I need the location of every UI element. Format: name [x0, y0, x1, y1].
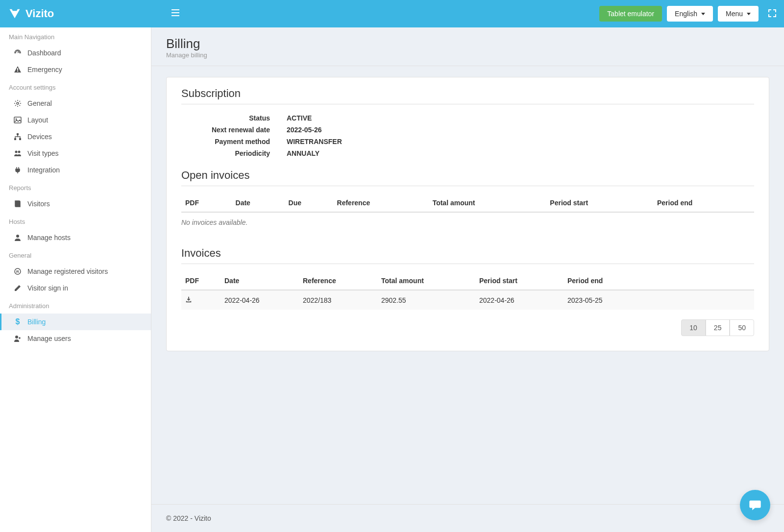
svg-rect-4	[17, 71, 18, 72]
footer: © 2022 - Vizito	[151, 504, 784, 532]
svg-point-11	[15, 151, 18, 153]
plug-icon	[14, 166, 22, 174]
sidebar-item-devices[interactable]: Devices	[0, 128, 151, 145]
svg-point-13	[16, 235, 19, 238]
sidebar-item-visitor-signin[interactable]: Visitor sign in	[0, 280, 151, 296]
sidebar-item-dashboard[interactable]: Dashboard	[0, 45, 151, 61]
image-icon	[14, 116, 22, 124]
sidebar-item-manage-hosts[interactable]: Manage hosts	[0, 229, 151, 246]
open-invoices-title: Open invoices	[181, 169, 754, 186]
page-size-50[interactable]: 50	[730, 319, 754, 336]
page-size-25[interactable]: 25	[706, 319, 730, 336]
page-size-10[interactable]: 10	[681, 319, 706, 336]
cell-period-end: 2023-05-25	[564, 290, 754, 310]
language-dropdown[interactable]: English	[667, 6, 713, 22]
sidebar-item-general[interactable]: General	[0, 95, 151, 112]
sidebar-item-integration[interactable]: Integration	[0, 162, 151, 178]
sidebar-item-label: Integration	[27, 166, 60, 174]
svg-rect-8	[17, 133, 19, 135]
col-total: Total amount	[377, 272, 475, 290]
subscription-row-status: Status ACTIVE	[181, 112, 754, 124]
periodicity-label: Periodicity	[181, 149, 287, 157]
svg-rect-3	[17, 68, 18, 70]
sitemap-icon	[14, 133, 22, 141]
caret-down-icon	[701, 13, 705, 15]
svg-rect-0	[172, 9, 179, 10]
col-period-end: Period end	[653, 194, 754, 212]
page-header: Billing Manage billing	[151, 27, 784, 66]
svg-point-12	[18, 151, 21, 153]
fullscreen-button[interactable]	[768, 9, 776, 19]
renewal-label: Next renewal date	[181, 126, 287, 134]
sidebar-item-billing[interactable]: $ Billing	[0, 314, 151, 330]
col-reference: Reference	[299, 272, 377, 290]
subscription-row-renewal: Next renewal date 2022-05-26	[181, 124, 754, 136]
sidebar-item-label: Dashboard	[27, 49, 61, 57]
svg-point-5	[17, 102, 19, 104]
sidebar-section-general: General	[0, 246, 151, 263]
sidebar-item-manage-users[interactable]: Manage users	[0, 330, 151, 347]
copyright-text: © 2022 - Vizito	[166, 514, 211, 522]
svg-rect-10	[19, 138, 21, 140]
user-icon	[14, 234, 22, 242]
sidebar-item-label: Billing	[27, 318, 46, 326]
logo-icon	[8, 7, 22, 21]
menu-toggle-button[interactable]	[172, 9, 179, 18]
status-value: ACTIVE	[287, 114, 312, 122]
download-pdf-button[interactable]	[185, 296, 192, 304]
book-icon	[14, 200, 22, 208]
sidebar-section-admin: Administration	[0, 296, 151, 314]
cell-reference: 2022/183	[299, 290, 377, 310]
cell-date: 2022-04-26	[220, 290, 299, 310]
col-date: Date	[220, 272, 299, 290]
brand-logo[interactable]: Vizito	[8, 7, 54, 21]
sidebar-item-visitors[interactable]: Visitors	[0, 195, 151, 212]
svg-rect-9	[14, 138, 16, 140]
invoices-title: Invoices	[181, 247, 754, 264]
no-invoices-message: No invoices available.	[181, 213, 754, 232]
col-total: Total amount	[429, 194, 546, 212]
sidebar-item-layout[interactable]: Layout	[0, 112, 151, 128]
dashboard-icon	[14, 49, 22, 57]
subscription-row-payment: Payment method WIRETRANSFER	[181, 136, 754, 147]
sidebar: Main Navigation Dashboard Emergency Acco…	[0, 27, 151, 532]
sidebar-item-label: Devices	[27, 133, 52, 141]
registered-icon: R	[14, 267, 22, 275]
dollar-icon: $	[14, 318, 22, 326]
svg-rect-2	[172, 15, 179, 16]
table-row: 2022-04-26 2022/183 2902.55 2022-04-26 2…	[181, 290, 754, 310]
sidebar-item-label: Manage hosts	[27, 234, 71, 242]
svg-point-17	[15, 336, 18, 339]
sidebar-item-label: Visit types	[27, 149, 59, 157]
cell-period-start: 2022-04-26	[475, 290, 564, 310]
users-icon	[14, 149, 22, 157]
billing-panel: Subscription Status ACTIVE Next renewal …	[166, 77, 769, 351]
gear-icon	[14, 99, 22, 107]
status-label: Status	[181, 114, 287, 122]
top-header: Vizito Tablet emulator English Menu	[0, 0, 784, 27]
warning-icon	[14, 66, 22, 73]
sidebar-item-label: Visitors	[27, 200, 50, 208]
col-period-start: Period start	[475, 272, 564, 290]
open-invoices-table: PDF Date Due Reference Total amount Peri…	[181, 194, 754, 213]
sidebar-section-reports: Reports	[0, 178, 151, 195]
tablet-emulator-button[interactable]: Tablet emulator	[599, 6, 662, 22]
sidebar-item-visit-types[interactable]: Visit types	[0, 145, 151, 162]
sidebar-item-label: Emergency	[27, 66, 62, 73]
menu-dropdown[interactable]: Menu	[718, 6, 759, 22]
cell-total: 2902.55	[377, 290, 475, 310]
payment-value: WIRETRANSFER	[287, 138, 342, 145]
download-icon	[185, 296, 192, 303]
sidebar-item-emergency[interactable]: Emergency	[0, 61, 151, 78]
col-date: Date	[232, 194, 285, 212]
periodicity-value: ANNUALY	[287, 149, 319, 157]
chat-button[interactable]	[740, 490, 770, 520]
sidebar-item-label: General	[27, 99, 52, 107]
subscription-title: Subscription	[181, 87, 754, 104]
col-reference: Reference	[333, 194, 429, 212]
svg-text:R: R	[16, 269, 19, 274]
sidebar-item-label: Layout	[27, 116, 48, 124]
sidebar-item-label: Visitor sign in	[27, 284, 68, 292]
sidebar-item-manage-registered[interactable]: R Manage registered visitors	[0, 263, 151, 280]
col-period-start: Period start	[546, 194, 653, 212]
